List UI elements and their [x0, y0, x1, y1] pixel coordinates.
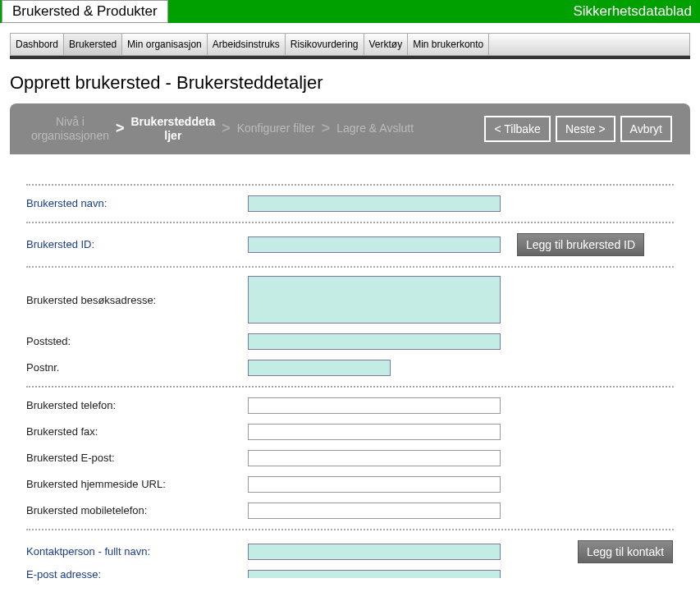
chevron-right-icon: >	[114, 120, 126, 137]
wizard-step-3[interactable]: Konfigurer filter	[234, 122, 318, 135]
input-postnr[interactable]	[248, 360, 391, 376]
menu-tab-min-organisasjon[interactable]: Min organisasjon	[121, 33, 207, 56]
row-kontakt-epost: E-post adresse:	[26, 568, 674, 585]
label-telefon: Brukersted telefon:	[26, 399, 248, 411]
separator	[26, 222, 674, 223]
label-besoksadresse: Brukersted besøksadresse:	[26, 276, 248, 306]
page-title: Opprett brukersted - Brukersteddetaljer	[10, 72, 690, 94]
wizard-steps: Nivå iorganisasjonen > Brukersteddetalje…	[28, 115, 417, 143]
back-button[interactable]: < Tilbake	[484, 116, 550, 142]
row-fax: Brukersted fax:	[26, 419, 674, 445]
row-epost: Brukersted E-post:	[26, 445, 674, 471]
row-brukersted-navn: Brukersted navn:	[26, 190, 674, 217]
menu-tab-dashbord[interactable]: Dashbord	[10, 33, 63, 56]
form-panel: Brukersted navn: Brukersted ID: Legg til…	[10, 154, 690, 592]
add-brukersted-id-button[interactable]: Legg til brukersted ID	[517, 233, 644, 256]
label-kontakt-epost: E-post adresse:	[26, 568, 248, 581]
input-fax[interactable]	[248, 424, 501, 440]
label-epost: Brukersted E-post:	[26, 452, 248, 464]
menu-tab-arbeidsinstruks[interactable]: Arbeidsinstruks	[207, 33, 285, 56]
input-mobil[interactable]	[248, 503, 501, 519]
main-menu: Dashbord Brukersted Min organisasjon Arb…	[10, 33, 690, 59]
row-postnr: Postnr.	[26, 355, 674, 381]
menu-tab-risikovurdering[interactable]: Risikovurdering	[285, 33, 364, 56]
row-kontaktperson: Kontaktperson - fullt navn: Legg til kon…	[26, 535, 674, 568]
menu-tab-brukersted[interactable]: Brukersted	[63, 33, 121, 56]
top-banner-left: Brukersted & Produkter	[2, 0, 168, 23]
input-telefon[interactable]	[248, 397, 501, 414]
row-brukersted-id: Brukersted ID: Legg til brukersted ID	[26, 228, 674, 261]
separator	[26, 266, 674, 268]
input-besoksadresse[interactable]	[248, 276, 501, 324]
input-epost[interactable]	[248, 450, 501, 466]
next-button[interactable]: Neste >	[556, 116, 615, 142]
top-banner: Brukersted & Produkter Sikkerhetsdatabla…	[0, 0, 700, 23]
label-kontaktperson: Kontaktperson - fullt navn:	[26, 545, 248, 558]
input-poststed[interactable]	[248, 333, 501, 350]
add-kontakt-button[interactable]: Legg til kontakt	[578, 540, 673, 563]
label-fax: Brukersted fax:	[26, 425, 248, 438]
menu-tab-verktoy[interactable]: Verktøy	[364, 33, 408, 56]
row-poststed: Poststed:	[26, 328, 674, 355]
row-mobil: Brukersted mobiletelefon:	[26, 498, 674, 524]
input-kontakt-epost[interactable]	[248, 570, 501, 578]
wizard-header: Nivå iorganisasjonen > Brukersteddetalje…	[10, 103, 690, 154]
wizard-step-2[interactable]: Brukersteddetaljer	[127, 115, 218, 143]
chevron-right-icon: >	[320, 120, 332, 137]
menu-tab-min-brukerkonto[interactable]: Min brukerkonto	[407, 33, 488, 56]
input-kontaktperson[interactable]	[248, 544, 501, 560]
wizard-actions: < Tilbake Neste > Avbryt	[484, 116, 672, 142]
label-poststed: Poststed:	[26, 335, 248, 347]
wizard-step-1[interactable]: Nivå iorganisasjonen	[28, 115, 112, 143]
separator	[26, 184, 674, 186]
input-brukersted-id[interactable]	[248, 236, 501, 253]
chevron-right-icon: >	[220, 120, 232, 137]
label-url: Brukersted hjemmeside URL:	[26, 478, 248, 490]
row-telefon: Brukersted telefon:	[26, 392, 674, 419]
label-brukersted-navn: Brukersted navn:	[26, 197, 248, 209]
label-brukersted-id: Brukersted ID:	[26, 238, 248, 250]
input-brukersted-navn[interactable]	[248, 195, 501, 212]
wizard-panel: Nivå iorganisasjonen > Brukersteddetalje…	[10, 103, 690, 592]
input-url[interactable]	[248, 476, 501, 493]
separator	[26, 386, 674, 388]
label-mobil: Brukersted mobiletelefon:	[26, 504, 248, 516]
menu-spacer	[488, 33, 690, 56]
top-banner-right-link[interactable]: Sikkerhetsdatablad	[573, 3, 698, 20]
label-postnr: Postnr.	[26, 361, 248, 374]
row-besoksadresse: Brukersted besøksadresse:	[26, 273, 674, 328]
wizard-step-4[interactable]: Lagre & Avslutt	[333, 122, 417, 135]
cancel-button[interactable]: Avbryt	[620, 116, 672, 142]
row-url: Brukersted hjemmeside URL:	[26, 471, 674, 498]
separator	[26, 529, 674, 530]
